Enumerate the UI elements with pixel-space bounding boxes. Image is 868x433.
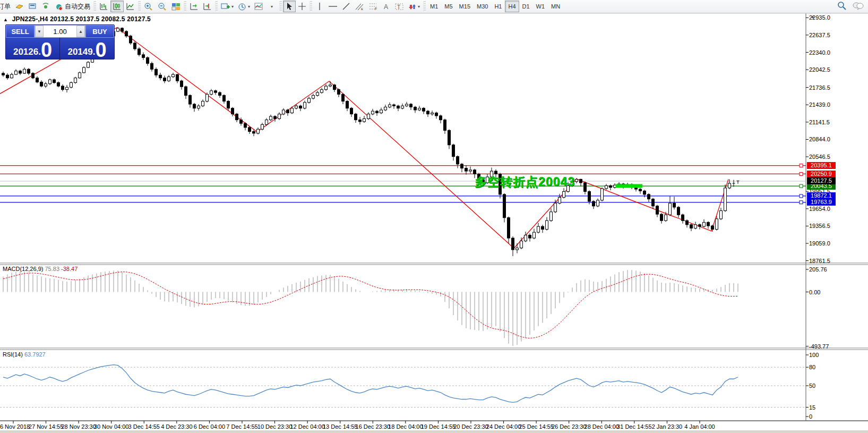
vertical-line-tool-icon[interactable] (313, 1, 326, 12)
time-axis-label: 20 Dec 23:30 (453, 423, 488, 430)
price-axis-tick: 22340.0 (809, 49, 830, 56)
sell-price-pips: 0 (41, 42, 52, 58)
autotrading-button[interactable]: 自动交易 (53, 1, 92, 12)
time-axis-label: 13 Dec 14:55 (323, 423, 357, 430)
timeframe-m1[interactable]: M1 (427, 1, 441, 12)
buy-label: BUY (92, 28, 107, 36)
chart-shift-icon[interactable] (201, 1, 214, 12)
horizontal-lines[interactable] (0, 164, 806, 204)
timeframe-toolbar: M1M5M15M30H1H4D1W1MN (427, 1, 563, 12)
timeframe-m15[interactable]: M15 (456, 1, 474, 12)
time-axis-label: 26 Dec 23:30 (552, 423, 586, 430)
bar-chart-type-icon[interactable] (97, 1, 110, 12)
time-axis-label: 27 Nov 14:55 (29, 423, 63, 430)
time-axis-label: 19 Dec 14:55 (421, 423, 456, 430)
time-axis-label: 16 Dec 23:30 (356, 423, 390, 430)
macd-label: MACD(12,26,9) 75.83 -38.47 (3, 266, 78, 272)
volume-decrease-button[interactable]: ▼ (35, 26, 44, 37)
cursor-tool-icon[interactable] (283, 1, 296, 12)
price-axis-tick: 21736.5 (809, 84, 830, 91)
timeframe-h1[interactable]: H1 (491, 1, 505, 12)
indicators-button[interactable] (252, 1, 265, 12)
time-axis-label: 2 Jan 23:30 (652, 423, 683, 430)
text-tool-icon[interactable]: A (380, 1, 393, 12)
fibonacci-tool-icon[interactable]: F (366, 1, 380, 12)
svg-text:T: T (397, 4, 400, 10)
signals-icon[interactable] (39, 1, 53, 12)
text-label-tool-icon[interactable]: T (393, 1, 406, 12)
timeframe-d1[interactable]: D1 (519, 1, 533, 12)
auto-scroll-icon[interactable] (187, 1, 201, 12)
wallet-icon[interactable] (13, 1, 26, 12)
timeframe-m30[interactable]: M30 (474, 1, 491, 12)
buy-price[interactable]: 20149 . 0 (60, 38, 114, 60)
price-axis-tick: 22935.0 (809, 14, 830, 21)
rsi-axis-tick: 0 (809, 413, 812, 420)
volume-increase-button[interactable]: ▲ (76, 26, 85, 37)
price-axis-tick: 22637.5 (809, 32, 830, 38)
svg-text:F: F (375, 7, 377, 11)
volume-value[interactable]: 1.00 (44, 28, 76, 36)
current-price-tag: 20127.5 (807, 177, 836, 184)
macd-signal-value: -38.47 (61, 266, 78, 272)
zoom-in-icon[interactable] (142, 1, 156, 12)
sell-price-main: 20126 (13, 46, 38, 58)
autotrading-label: 自动交易 (65, 2, 90, 11)
timeframe-mn[interactable]: MN (548, 1, 563, 12)
volume-box: ▼ 1.00 ▲ (35, 25, 85, 38)
new-order-label: 订单 (0, 2, 11, 11)
search-icon[interactable] (837, 1, 847, 12)
toolbar-separator (279, 1, 282, 12)
chevron-down-icon: ▾ (248, 4, 250, 9)
price-axis-tick: 18761.5 (809, 258, 830, 264)
sell-button[interactable]: SELL (6, 25, 35, 38)
price-axis-tick: 21439.0 (809, 101, 830, 108)
macd-axis-tick: 0.00 (809, 289, 820, 295)
time-axis-label: 6 Dec 04:00 (194, 423, 225, 430)
chart-canvas[interactable] (0, 13, 868, 433)
chart-symbol: JPN225-,H4 (12, 15, 48, 23)
crosshair-tool-icon[interactable] (296, 1, 308, 12)
tile-windows-icon[interactable] (169, 1, 183, 12)
chart-ohlc: 20132.5 20137.5 20082.5 20127.5 (50, 15, 151, 23)
timeframe-w1[interactable]: W1 (533, 1, 548, 12)
macd-main-value: 75.83 (45, 266, 59, 272)
toolbar-overflow-button[interactable]: ▾ (265, 1, 278, 12)
chevron-down-icon: ▾ (418, 4, 420, 9)
period-button[interactable]: ▾ (236, 1, 252, 12)
rsi-value: 63.7927 (24, 351, 46, 358)
horizontal-line-tool-icon[interactable] (326, 1, 340, 12)
equidistant-channel-tool-icon[interactable]: E (353, 1, 366, 12)
new-order-button[interactable]: 订单 (0, 1, 13, 12)
rsi-axis-tick: 80 (809, 364, 815, 370)
timeframe-m5[interactable]: M5 (441, 1, 456, 12)
time-axis-label: 12 Dec 04:00 (290, 423, 324, 430)
toolbar-separator (310, 1, 312, 12)
timeframe-h4[interactable]: H4 (505, 1, 519, 12)
rsi-line (3, 365, 738, 403)
collapse-panel-icon[interactable]: ▲ (3, 17, 8, 22)
rsi-axis-tick: 100 (809, 352, 819, 358)
sell-price[interactable]: 20126 . 0 (6, 38, 60, 60)
market-watch-icon[interactable] (26, 1, 39, 12)
trendline-tool-icon[interactable] (340, 1, 353, 12)
new-chart-button[interactable]: ▾ (219, 1, 236, 12)
zoom-out-icon[interactable] (156, 1, 169, 12)
candlesticks (2, 27, 740, 256)
time-axis-label: 10 Dec 23:30 (257, 423, 292, 430)
buy-button[interactable]: BUY (85, 25, 114, 38)
zigzag-indicator[interactable] (0, 28, 728, 248)
line-chart-type-icon[interactable] (124, 1, 137, 12)
time-axis-label: 30 Nov 04:00 (94, 423, 128, 430)
line-price-tag: 20395.1 (807, 162, 836, 169)
time-axis-label: 4 Dec 23:30 (161, 423, 192, 430)
price-axis-tick: 20546.5 (809, 154, 830, 160)
macd-pane (3, 270, 738, 346)
time-axis-label: 24 Dec 04:00 (486, 423, 521, 430)
chevron-down-icon: ▾ (231, 4, 234, 9)
time-axis-label: 18 Dec 04:00 (388, 423, 423, 430)
arrows-tool-button[interactable]: ▾ (406, 1, 422, 12)
rsi-pane (0, 365, 806, 407)
candlestick-chart-type-icon[interactable] (110, 1, 124, 12)
chat-icon[interactable] (852, 2, 864, 12)
